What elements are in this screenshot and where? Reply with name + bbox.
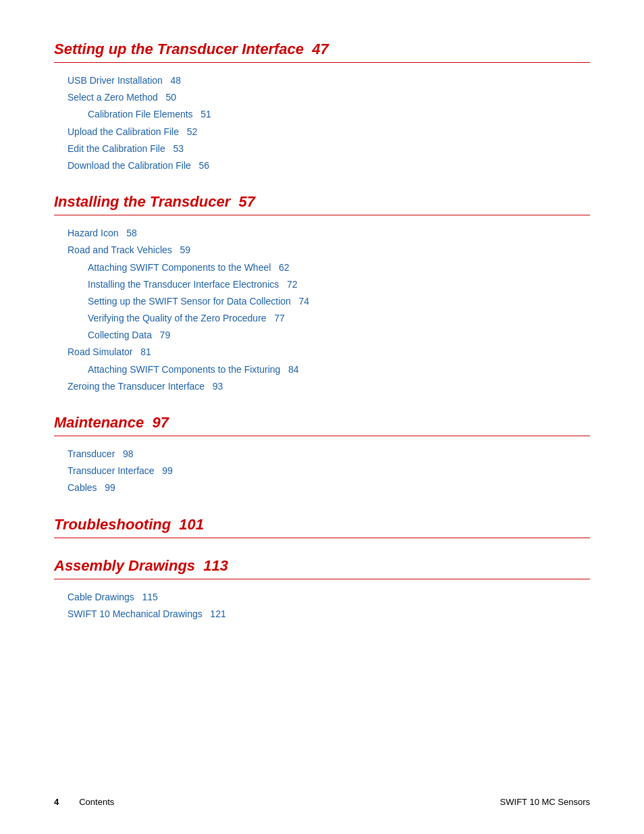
section-divider-installing-transducer — [54, 215, 590, 215]
toc-item[interactable]: Transducer Interface 99 — [68, 463, 590, 479]
toc-item[interactable]: Edit the Calibration File 53 — [68, 140, 590, 157]
toc-item[interactable]: USB Driver Installation 48 — [68, 72, 590, 89]
toc-item[interactable]: Attaching SWIFT Components to the Wheel … — [68, 259, 590, 276]
toc-items-installing-transducer: Hazard Icon 58Road and Track Vehicles 59… — [54, 225, 590, 395]
toc-item[interactable]: SWIFT 10 Mechanical Drawings 121 — [68, 606, 590, 623]
section-heading-assembly-drawings: Assembly Drawings 113 — [54, 557, 590, 575]
page: Setting up the Transducer Interface 47US… — [0, 0, 644, 834]
section-heading-maintenance: Maintenance 97 — [54, 414, 590, 432]
toc-item[interactable]: Cable Drawings 115 — [68, 589, 590, 606]
toc-item[interactable]: Hazard Icon 58 — [68, 225, 590, 242]
toc-item[interactable]: Download the Calibration File 56 — [68, 157, 590, 174]
toc-item[interactable]: Upload the Calibration File 52 — [68, 124, 590, 140]
toc-item[interactable]: Setting up the SWIFT Sensor for Data Col… — [68, 293, 590, 310]
section-divider-maintenance — [54, 436, 590, 436]
section-maintenance: Maintenance 97Transducer 98Transducer In… — [54, 414, 590, 497]
toc-item[interactable]: Collecting Data 79 — [68, 327, 590, 344]
toc-item[interactable]: Select a Zero Method 50 — [68, 89, 590, 106]
section-divider-troubleshooting — [54, 538, 590, 538]
toc-item[interactable]: Zeroing the Transducer Interface 93 — [68, 378, 590, 395]
footer-left: 4 Contents — [54, 797, 114, 807]
toc-item[interactable]: Calibration File Elements 51 — [68, 106, 590, 123]
section-assembly-drawings: Assembly Drawings 113Cable Drawings 115S… — [54, 557, 590, 623]
section-setting-up-transducer: Setting up the Transducer Interface 47US… — [54, 41, 590, 174]
section-heading-installing-transducer: Installing the Transducer 57 — [54, 193, 590, 211]
section-installing-transducer: Installing the Transducer 57Hazard Icon … — [54, 193, 590, 395]
section-heading-setting-up-transducer: Setting up the Transducer Interface 47 — [54, 41, 590, 58]
footer: 4 Contents SWIFT 10 MC Sensors — [54, 797, 590, 807]
toc-items-setting-up-transducer: USB Driver Installation 48Select a Zero … — [54, 72, 590, 174]
section-troubleshooting: Troubleshooting 101 — [54, 516, 590, 538]
footer-page-number: 4 — [54, 797, 59, 807]
toc-item[interactable]: Installing the Transducer Interface Elec… — [68, 276, 590, 293]
section-divider-assembly-drawings — [54, 579, 590, 579]
toc-item[interactable]: Verifying the Quality of the Zero Proced… — [68, 310, 590, 327]
toc-item[interactable]: Transducer 98 — [68, 446, 590, 463]
toc-item[interactable]: Cables 99 — [68, 479, 590, 496]
toc-item[interactable]: Attaching SWIFT Components to the Fixtur… — [68, 361, 590, 378]
toc-container: Setting up the Transducer Interface 47US… — [54, 41, 590, 623]
footer-product-name: SWIFT 10 MC Sensors — [500, 797, 590, 807]
toc-items-assembly-drawings: Cable Drawings 115SWIFT 10 Mechanical Dr… — [54, 589, 590, 623]
toc-item[interactable]: Road Simulator 81 — [68, 344, 590, 361]
section-heading-troubleshooting: Troubleshooting 101 — [54, 516, 590, 533]
footer-section-label: Contents — [79, 797, 114, 807]
toc-items-maintenance: Transducer 98Transducer Interface 99Cabl… — [54, 446, 590, 497]
section-divider-setting-up-transducer — [54, 62, 590, 63]
toc-item[interactable]: Road and Track Vehicles 59 — [68, 242, 590, 259]
